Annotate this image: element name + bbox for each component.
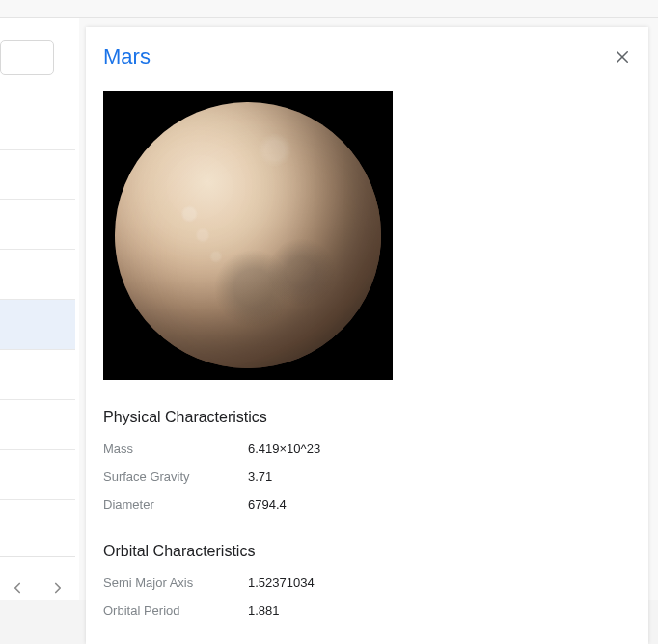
detail-value: 1.52371034	[248, 576, 315, 590]
section-heading-physical: Physical Characteristics	[103, 409, 631, 426]
detail-value: 3.71	[248, 470, 272, 484]
close-icon	[614, 48, 631, 66]
panel-title-link[interactable]: Mars	[103, 44, 151, 69]
table-row-divider	[0, 550, 75, 550]
table-row-divider	[0, 449, 75, 450]
detail-row-semi-major-axis: Semi Major Axis 1.52371034	[103, 576, 631, 590]
table-row-selected[interactable]	[0, 300, 75, 349]
detail-label: Mass	[103, 442, 248, 456]
detail-label: Orbital Period	[103, 604, 248, 618]
table-row-divider	[0, 349, 75, 350]
detail-row-mass: Mass 6.419×10^23	[103, 442, 631, 456]
filter-input[interactable]	[0, 40, 54, 75]
top-divider	[0, 17, 658, 18]
prev-page-button[interactable]	[9, 579, 26, 597]
section-heading-orbital: Orbital Characteristics	[103, 543, 631, 560]
planet-image	[103, 91, 393, 380]
detail-label: Semi Major Axis	[103, 576, 248, 590]
close-button[interactable]	[614, 48, 631, 66]
panel-header: Mars	[103, 44, 631, 69]
table-row-divider	[0, 399, 75, 400]
detail-row-surface-gravity: Surface Gravity 3.71	[103, 470, 631, 484]
left-table-column	[0, 18, 79, 644]
table-row-divider	[0, 149, 75, 150]
detail-panel: Mars Physical Characteristics Mass 6.419…	[86, 27, 648, 644]
table-row-divider	[0, 249, 75, 250]
detail-value: 6794.4	[248, 497, 287, 512]
detail-row-orbital-period: Orbital Period 1.881	[103, 604, 631, 618]
planet-graphic	[115, 102, 381, 368]
detail-value: 6.419×10^23	[248, 442, 320, 456]
detail-label: Diameter	[103, 497, 248, 512]
detail-value: 1.881	[248, 604, 280, 618]
detail-row-diameter: Diameter 6794.4	[103, 497, 631, 512]
table-row-divider	[0, 499, 75, 500]
next-page-button[interactable]	[49, 579, 67, 597]
detail-label: Surface Gravity	[103, 470, 248, 484]
table-row-divider	[0, 199, 75, 200]
